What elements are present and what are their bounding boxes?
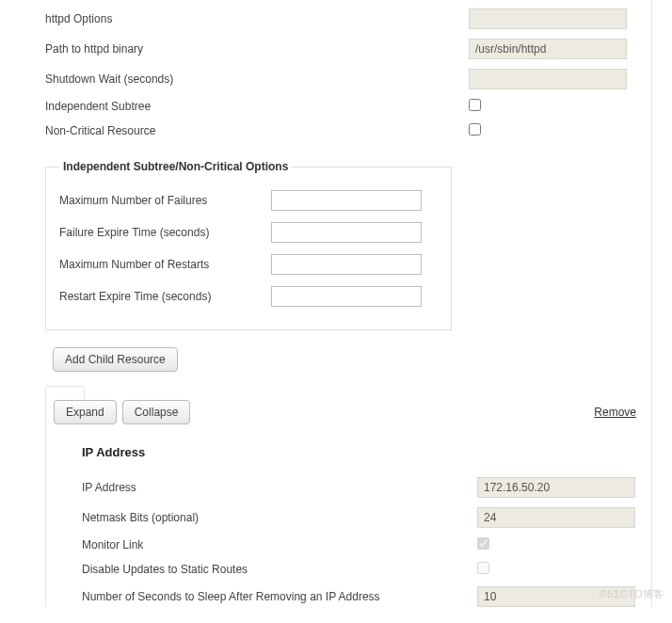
input-shutdown-wait[interactable]: [469, 69, 627, 89]
row-max-failures: Maximum Number of Failures: [59, 184, 438, 216]
group-legend: Independent Subtree/Non-Critical Options: [59, 160, 292, 173]
section-title-ip-address: IP Address: [46, 439, 648, 472]
input-fail-expire[interactable]: [271, 222, 422, 243]
row-shutdown-wait: Shutdown Wait (seconds): [0, 64, 632, 94]
row-max-restarts: Maximum Number of Restarts: [59, 248, 438, 280]
row-httpd-options: httpd Options: [0, 4, 632, 34]
input-restart-expire[interactable]: [271, 286, 422, 307]
child-header: Expand Collapse Remove: [46, 387, 648, 439]
input-path-binary[interactable]: [469, 39, 627, 59]
row-ip-address: IP Address: [46, 472, 641, 503]
row-netmask: Netmask Bits (optional): [46, 503, 641, 533]
label-max-restarts: Maximum Number of Restarts: [59, 258, 271, 271]
label-httpd-options: httpd Options: [45, 12, 469, 25]
row-independent-subtree: Independent Subtree: [0, 94, 632, 119]
input-ip-address[interactable]: [477, 477, 635, 498]
row-fail-expire: Failure Expire Time (seconds): [59, 216, 438, 248]
tree-connector-v: [84, 387, 85, 400]
right-divider: [651, 0, 672, 607]
row-disable-updates: Disable Updates to Static Routes: [46, 557, 641, 582]
label-disable-updates: Disable Updates to Static Routes: [82, 563, 477, 576]
label-independent-subtree: Independent Subtree: [45, 100, 469, 113]
group-independent-options: Independent Subtree/Non-Critical Options…: [45, 160, 452, 330]
input-max-failures[interactable]: [271, 190, 422, 211]
add-child-resource-button[interactable]: Add Child Resource: [53, 347, 178, 372]
row-sleep-after: Number of Seconds to Sleep After Removin…: [46, 582, 641, 607]
label-sleep-after: Number of Seconds to Sleep After Removin…: [82, 590, 477, 603]
collapse-button[interactable]: Collapse: [122, 400, 191, 424]
label-shutdown-wait: Shutdown Wait (seconds): [45, 72, 469, 86]
expand-button[interactable]: Expand: [54, 400, 117, 424]
label-ip-address: IP Address: [82, 481, 477, 494]
label-netmask: Netmask Bits (optional): [82, 511, 477, 524]
input-max-restarts[interactable]: [271, 254, 422, 275]
page-root: httpd Options Path to httpd binary Shutd…: [0, 0, 672, 607]
row-path-binary: Path to httpd binary: [0, 34, 632, 64]
label-max-failures: Maximum Number of Failures: [59, 194, 271, 207]
label-non-critical: Non-Critical Resource: [45, 124, 469, 137]
row-monitor-link: Monitor Link: [46, 533, 641, 557]
label-monitor-link: Monitor Link: [82, 538, 477, 551]
tree-connector-h: [46, 386, 84, 387]
checkbox-non-critical[interactable]: [469, 123, 481, 136]
row-non-critical: Non-Critical Resource: [0, 119, 632, 143]
label-restart-expire: Restart Expire Time (seconds): [59, 290, 271, 303]
label-fail-expire: Failure Expire Time (seconds): [59, 226, 271, 239]
input-sleep-after[interactable]: [477, 586, 635, 607]
remove-link[interactable]: Remove: [594, 406, 636, 419]
input-httpd-options[interactable]: [469, 8, 627, 29]
input-netmask[interactable]: [477, 507, 635, 528]
row-restart-expire: Restart Expire Time (seconds): [59, 280, 438, 312]
checkbox-monitor-link[interactable]: [477, 537, 489, 550]
checkbox-independent-subtree[interactable]: [469, 99, 481, 111]
label-path-binary: Path to httpd binary: [45, 42, 469, 56]
child-resource-block: Expand Collapse Remove IP Address IP Add…: [45, 387, 648, 607]
checkbox-disable-updates[interactable]: [477, 562, 489, 574]
